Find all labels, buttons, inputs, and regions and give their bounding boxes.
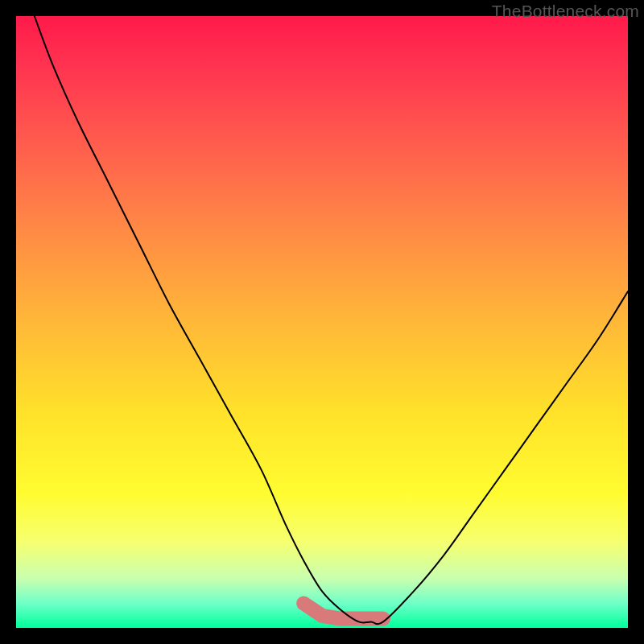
curve-line — [35, 16, 628, 624]
chart-svg — [16, 16, 628, 628]
